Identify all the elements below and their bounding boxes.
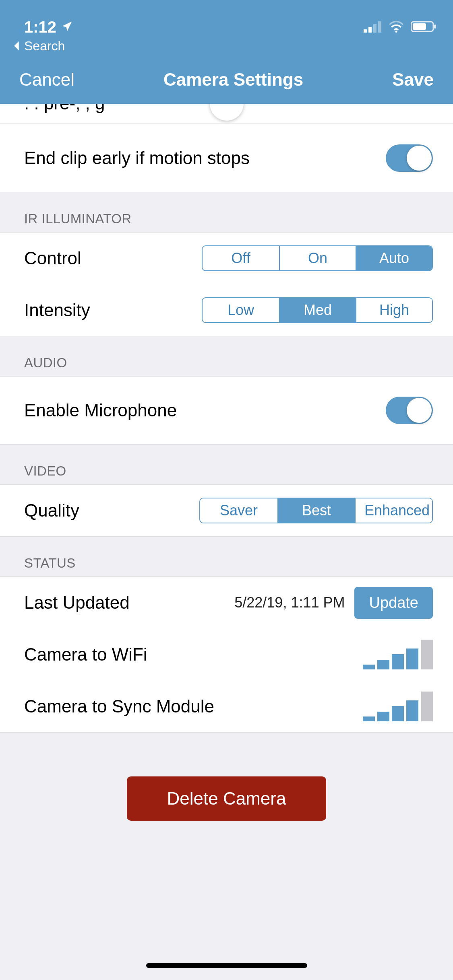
delete-camera-button[interactable]: Delete Camera (127, 776, 327, 821)
status-right (364, 18, 437, 36)
sync-signal-icon (363, 692, 433, 721)
cell-signal-icon (364, 18, 382, 36)
camera-to-sync-label: Camera to Sync Module (24, 696, 214, 716)
microphone-row: Enable Microphone (0, 376, 453, 445)
quality-row: Quality SaverBestEnhanced (0, 484, 453, 537)
section-status-header: STATUS (0, 536, 453, 576)
cancel-button[interactable]: Cancel (19, 70, 74, 90)
quality-label: Quality (24, 500, 79, 521)
update-button[interactable]: Update (354, 587, 433, 619)
svg-rect-0 (364, 29, 367, 33)
save-button[interactable]: Save (392, 70, 434, 90)
control-row: Control OffOnAuto (0, 232, 453, 284)
control-option-auto[interactable]: Auto (356, 246, 432, 270)
svg-rect-2 (373, 24, 376, 33)
intensity-option-med[interactable]: Med (279, 298, 356, 322)
wifi-signal-icon (363, 640, 433, 669)
svg-rect-7 (434, 25, 436, 29)
control-segment[interactable]: OffOnAuto (202, 245, 433, 271)
microphone-toggle[interactable] (386, 397, 433, 424)
intensity-label: Intensity (24, 300, 90, 320)
end-clip-early-toggle[interactable] (386, 144, 433, 172)
section-ir-header: IR ILLUMINATOR (0, 192, 453, 232)
partial-cell: . . pre-, , g (0, 104, 453, 124)
last-updated-value: 5/22/19, 1:11 PM (234, 594, 345, 611)
svg-rect-1 (368, 27, 372, 33)
breadcrumb-label: Search (24, 39, 65, 54)
svg-point-4 (395, 31, 397, 33)
camera-to-sync-row: Camera to Sync Module (0, 680, 453, 733)
end-clip-early-label: End clip early if motion stops (24, 148, 250, 168)
battery-icon (411, 18, 437, 36)
last-updated-row: Last Updated 5/22/19, 1:11 PM Update (0, 576, 453, 629)
intensity-row: Intensity LowMedHigh (0, 284, 453, 336)
status-bar: 1:12 (0, 0, 453, 36)
intensity-option-high[interactable]: High (356, 298, 432, 322)
quality-option-best[interactable]: Best (277, 498, 355, 523)
home-indicator (146, 963, 307, 968)
location-icon (61, 18, 73, 36)
wifi-icon (388, 18, 404, 36)
intensity-segment[interactable]: LowMedHigh (202, 297, 433, 323)
quality-segment[interactable]: SaverBestEnhanced (199, 498, 433, 523)
navbar: Cancel Camera Settings Save (0, 56, 453, 104)
camera-to-wifi-row: Camera to WiFi (0, 628, 453, 681)
microphone-label: Enable Microphone (24, 400, 177, 420)
section-video-header: VIDEO (0, 444, 453, 484)
control-option-on[interactable]: On (279, 246, 356, 270)
svg-rect-6 (413, 23, 426, 30)
breadcrumb-back[interactable]: Search (0, 36, 453, 56)
quality-option-saver[interactable]: Saver (200, 498, 277, 523)
intensity-option-low[interactable]: Low (203, 298, 279, 322)
svg-rect-3 (378, 21, 381, 33)
section-audio-header: AUDIO (0, 336, 453, 376)
end-clip-early-row: End clip early if motion stops (0, 124, 453, 192)
control-label: Control (24, 248, 81, 268)
control-option-off[interactable]: Off (203, 246, 279, 270)
page-title: Camera Settings (163, 70, 303, 90)
quality-option-enhanced[interactable]: Enhanced (355, 498, 432, 523)
status-time: 1:12 (24, 18, 56, 36)
slider-knob-icon[interactable] (210, 104, 244, 121)
camera-to-wifi-label: Camera to WiFi (24, 644, 147, 665)
last-updated-label: Last Updated (24, 593, 130, 613)
